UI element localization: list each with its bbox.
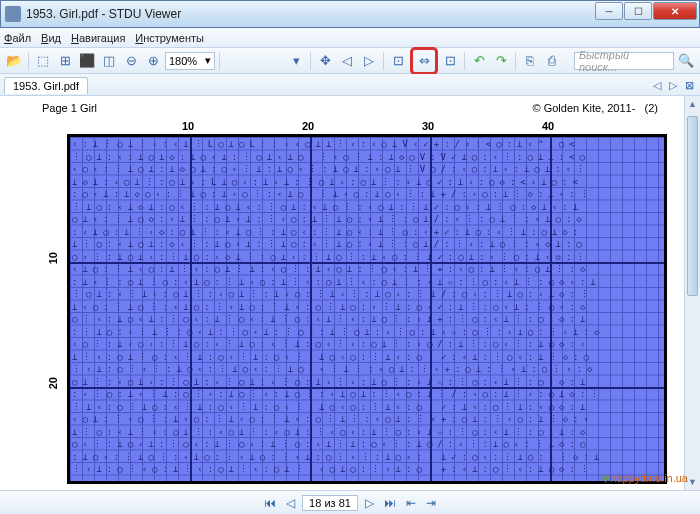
search-go-icon[interactable]: 🔍: [676, 51, 696, 71]
undo-icon[interactable]: ↶: [469, 51, 489, 71]
prev-icon[interactable]: ◁: [337, 51, 357, 71]
page: Page 1 Girl © Golden Kite, 2011- (2) 10 …: [12, 96, 688, 490]
document-tab[interactable]: 1953. Girl.pdf: [4, 77, 88, 94]
zoom-in-icon[interactable]: ⊕: [143, 51, 163, 71]
grid-major-line: [70, 262, 664, 264]
prev-page-icon[interactable]: ◁: [283, 496, 298, 510]
tool-icon[interactable]: ⬛: [77, 51, 97, 71]
scroll-thumb[interactable]: [687, 116, 698, 296]
zoom-input[interactable]: 180%▾: [165, 52, 215, 70]
minimize-button[interactable]: ─: [595, 2, 623, 20]
col-label: 40: [542, 120, 554, 132]
menu-view[interactable]: Вид: [41, 32, 61, 44]
tool-icon[interactable]: ⬚: [33, 51, 53, 71]
scroll-up-icon[interactable]: ▲: [685, 96, 700, 112]
tab-close-icon[interactable]: ⊠: [685, 79, 694, 92]
copy-icon[interactable]: ⎘: [520, 51, 540, 71]
column-labels: 10 20 30 40: [67, 120, 667, 132]
nav-right-icon[interactable]: ▷: [669, 79, 677, 92]
col-label: 30: [422, 120, 434, 132]
menu-bar: Файл Вид Навигация Инструменты: [0, 28, 700, 48]
open-icon[interactable]: 📂: [4, 51, 24, 71]
tool-icon[interactable]: ⊞: [55, 51, 75, 71]
forward-icon[interactable]: ⇥: [423, 496, 439, 510]
fit-width-icon[interactable]: ⇔: [414, 51, 434, 71]
window-controls: ─ ☐ ✕: [594, 2, 697, 20]
move-icon[interactable]: ✥: [315, 51, 335, 71]
next-icon[interactable]: ▷: [359, 51, 379, 71]
menu-tools[interactable]: Инструменты: [135, 32, 204, 44]
page-title-left: Page 1 Girl: [42, 102, 97, 114]
zoom-out-icon[interactable]: ⊖: [121, 51, 141, 71]
last-page-icon[interactable]: ⏭: [381, 496, 399, 510]
redo-icon[interactable]: ↷: [491, 51, 511, 71]
separator: [464, 52, 465, 70]
separator: [310, 52, 311, 70]
maximize-button[interactable]: ☐: [624, 2, 652, 20]
watermark: ❋happytime.in.ua: [601, 470, 688, 486]
close-button[interactable]: ✕: [653, 2, 697, 20]
toolbar: 📂 ⬚ ⊞ ⬛ ◫ ⊖ ⊕ 180%▾ ▾ ✥ ◁ ▷ ⊡ ⇔ ⊡ ↶ ↷ ⎘ …: [0, 48, 700, 74]
separator: [515, 52, 516, 70]
grid-major-line: [310, 137, 312, 481]
status-bar: ⏮ ◁ 18 из 81 ▷ ⏭ ⇤ ⇥: [0, 490, 700, 514]
page-info[interactable]: 18 из 81: [302, 495, 358, 511]
tool-icon[interactable]: ◫: [99, 51, 119, 71]
snapshot-icon[interactable]: ⎙: [542, 51, 562, 71]
grid-body: ‹:⊥⋮○⊥⋮‹:‹⊥⋮L○⊥○L:⋮‹‹○⊥⊥⋮‹:‹○⊥V‹✓+:/‹:<○…: [67, 134, 667, 484]
app-icon: [5, 6, 21, 22]
grid-major-line: [430, 137, 432, 481]
dropdown-icon[interactable]: ▾: [286, 51, 306, 71]
row-label: 20: [47, 377, 59, 389]
highlighted-button: ⇔: [410, 47, 438, 75]
nav-left-icon[interactable]: ◁: [653, 79, 661, 92]
separator: [28, 52, 29, 70]
grid-major-line: [70, 387, 664, 389]
col-label: 10: [182, 120, 194, 132]
pattern-grid: 10 20 30 40 10 20 ‹:⊥⋮○⊥⋮‹:‹⊥⋮L○⊥○L:⋮‹‹○…: [67, 134, 667, 484]
tab-bar: 1953. Girl.pdf ◁ ▷ ⊠: [0, 74, 700, 96]
search-input[interactable]: Быстрый поиск...: [574, 52, 674, 70]
back-icon[interactable]: ⇤: [403, 496, 419, 510]
window-title: 1953. Girl.pdf - STDU Viewer: [26, 7, 181, 21]
separator: [219, 52, 220, 70]
grid-major-line: [190, 137, 192, 481]
grid-major-line: [550, 137, 552, 481]
row-labels: 10 20: [47, 134, 65, 484]
next-page-icon[interactable]: ▷: [362, 496, 377, 510]
col-label: 20: [302, 120, 314, 132]
page-title-right: © Golden Kite, 2011- (2): [532, 102, 658, 114]
menu-file[interactable]: Файл: [4, 32, 31, 44]
page-header: Page 1 Girl © Golden Kite, 2011- (2): [42, 102, 658, 114]
separator: [383, 52, 384, 70]
first-page-icon[interactable]: ⏮: [261, 496, 279, 510]
document-viewport: Page 1 Girl © Golden Kite, 2011- (2) 10 …: [0, 96, 700, 490]
row-label: 10: [47, 252, 59, 264]
title-bar: 1953. Girl.pdf - STDU Viewer ─ ☐ ✕: [0, 0, 700, 28]
tool-icon[interactable]: ⊡: [440, 51, 460, 71]
menu-navigation[interactable]: Навигация: [71, 32, 125, 44]
vertical-scrollbar[interactable]: ▲ ▼: [684, 96, 700, 490]
tool-icon[interactable]: ⊡: [388, 51, 408, 71]
pattern-symbols: ‹:⊥⋮○⊥⋮‹:‹⊥⋮L○⊥○L:⋮‹‹○⊥⊥⋮‹:‹○⊥V‹✓+:/‹:<○…: [70, 137, 664, 481]
